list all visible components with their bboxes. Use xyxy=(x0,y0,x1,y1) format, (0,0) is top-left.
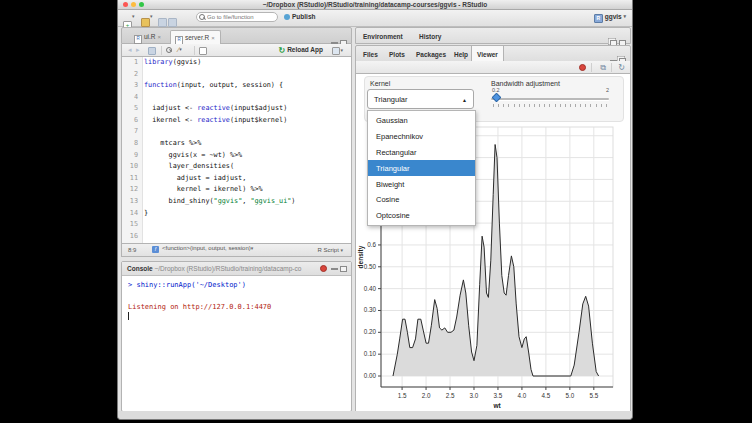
save-doc-icon[interactable] xyxy=(148,47,156,56)
kernel-option[interactable]: Cosine xyxy=(368,192,475,208)
save-all-icon xyxy=(168,18,177,27)
line-number: 7 xyxy=(122,126,142,138)
svg-text:0.50: 0.50 xyxy=(364,263,377,270)
environment-tabbar: Environment History xyxy=(355,27,631,44)
code-line[interactable]: library(ggvis) xyxy=(144,57,351,69)
code-line[interactable]: } xyxy=(144,208,351,220)
code-line[interactable]: kernel = ikernel) %>% xyxy=(144,184,351,196)
code-line[interactable] xyxy=(144,219,351,231)
code-line[interactable]: adjust = iadjust, xyxy=(144,173,351,185)
svg-text:4.0: 4.0 xyxy=(518,392,527,399)
new-file-button[interactable]: +▾ xyxy=(123,13,135,22)
kernel-option[interactable]: Rectangular xyxy=(368,145,475,161)
console-line: Listening on http://127.0.0.1:4470 xyxy=(128,302,351,313)
kernel-option[interactable]: Epanechnikov xyxy=(368,129,475,145)
svg-text:2.5: 2.5 xyxy=(446,392,455,399)
tab-environment[interactable]: Environment xyxy=(358,28,408,45)
close-tab-icon[interactable]: × xyxy=(158,34,162,40)
code-line[interactable]: ggvis(x = ~wt) %>% xyxy=(144,150,351,162)
code-line[interactable]: iadjust <- reactive(input$adjust) xyxy=(144,103,351,115)
line-number: 8 xyxy=(122,138,142,150)
kernel-option[interactable]: Triangular xyxy=(368,160,475,176)
code-editor[interactable]: 12345678910111213141516 library(ggvis)fu… xyxy=(121,57,352,244)
save-button[interactable] xyxy=(158,13,167,22)
publish-button[interactable]: Publish xyxy=(284,13,315,20)
goto-file-search[interactable] xyxy=(196,12,278,22)
svg-text:3.5: 3.5 xyxy=(494,392,503,399)
code-line[interactable] xyxy=(144,231,351,243)
save-icon xyxy=(158,18,167,27)
svg-text:0.20: 0.20 xyxy=(364,328,377,335)
code-tools-wand-icon[interactable]: ∕▾ xyxy=(178,46,182,53)
kernel-option[interactable]: Gaussian xyxy=(368,113,475,129)
tab-ui-r[interactable]: Rui.R× xyxy=(130,30,166,45)
search-input[interactable] xyxy=(207,13,274,21)
stop-app-icon[interactable] xyxy=(579,64,586,71)
bandwidth-slider[interactable]: 0.2 2 xyxy=(491,77,609,115)
window-bottom-edge xyxy=(118,411,632,419)
line-number: 1 xyxy=(122,57,142,69)
line-number: 12 xyxy=(122,184,142,196)
svg-text:0.00: 0.00 xyxy=(364,372,377,379)
code-line[interactable]: function(input, output, session) { xyxy=(144,80,351,92)
tab-label: ui.R xyxy=(144,33,156,40)
stop-icon[interactable] xyxy=(320,265,327,272)
right-column: Environment History Files Plots Packages… xyxy=(355,27,631,412)
line-number: 10 xyxy=(122,161,142,173)
line-number: 13 xyxy=(122,196,142,208)
svg-text:4.5: 4.5 xyxy=(542,392,551,399)
kernel-option[interactable]: Biweight xyxy=(368,176,475,192)
close-tab-icon[interactable]: × xyxy=(211,35,215,41)
reload-app-button[interactable]: ↻ Reload App xyxy=(279,46,323,55)
console-output[interactable]: > shiny::runApp('~/Desktop')Listening on… xyxy=(122,276,351,411)
minimize-pane-icon[interactable] xyxy=(331,268,338,270)
console-title: Console xyxy=(127,265,153,272)
code-line[interactable] xyxy=(144,69,351,81)
editor-toolbar: ◂ ▸ ∕▾ ↻ Reload App ▾ xyxy=(121,44,352,57)
console-line xyxy=(128,291,351,302)
reload-icon: ↻ xyxy=(279,46,286,55)
open-file-button[interactable]: ▾ xyxy=(141,13,153,22)
project-menu-button[interactable]: Rggvis ▾ xyxy=(594,13,626,23)
code-line[interactable]: ikernel <- reactive(input$kernel) xyxy=(144,115,351,127)
code-line[interactable]: mtcars %>% xyxy=(144,138,351,150)
viewer-content: ⚙ 0.000.100.200.300.400.500.60.70.80.91.… xyxy=(355,74,631,412)
code-area[interactable]: library(ggvis)function(input, output, se… xyxy=(144,57,351,243)
kernel-option[interactable]: Optcosine xyxy=(368,208,475,224)
code-line[interactable]: bind_shiny("ggvis", "ggvis_ui") xyxy=(144,196,351,208)
screenshot-stage: ~/Dropbox (RStudio)/RStudio/training/dat… xyxy=(0,0,752,423)
kernel-select[interactable]: Triangular ▲ xyxy=(367,89,474,109)
code-line[interactable]: layer_densities( xyxy=(144,161,351,173)
maximize-pane-icon[interactable] xyxy=(340,266,347,272)
tab-server-r[interactable]: Rserver.R× xyxy=(170,30,221,45)
kernel-selected-value: Triangular xyxy=(374,95,408,104)
back-icon[interactable]: ◂ xyxy=(128,46,132,54)
pane-layout-button[interactable]: ▾ xyxy=(332,47,343,56)
line-number: 9 xyxy=(122,150,142,162)
editor-gutter: 12345678910111213141516 xyxy=(122,57,143,243)
file-type-selector[interactable]: R Script ▾ xyxy=(317,247,343,253)
console-pane[interactable]: Console ~/Dropbox (RStudio)/RStudio/trai… xyxy=(121,261,352,412)
compile-notebook-icon[interactable] xyxy=(199,47,207,56)
slider-track[interactable] xyxy=(491,98,609,100)
find-icon[interactable] xyxy=(166,47,172,54)
line-number: 11 xyxy=(122,173,142,185)
cursor-position: 8:9 xyxy=(128,247,136,253)
scope-selector[interactable]: <function>(input, output, session) xyxy=(162,245,251,251)
refresh-icon[interactable]: ↻ xyxy=(618,63,625,72)
svg-text:0.6: 0.6 xyxy=(367,241,376,248)
slider-handle[interactable] xyxy=(492,93,502,103)
line-number: 14 xyxy=(122,208,142,220)
save-all-button[interactable] xyxy=(168,13,177,22)
publish-icon xyxy=(284,14,290,20)
code-line[interactable] xyxy=(144,126,351,138)
forward-icon[interactable]: ▸ xyxy=(136,46,140,54)
svg-text:0.30: 0.30 xyxy=(364,306,377,313)
code-line[interactable] xyxy=(144,92,351,104)
clear-viewer-icon[interactable]: ⧉ xyxy=(600,63,606,73)
line-number: 16 xyxy=(122,231,142,243)
tab-history[interactable]: History xyxy=(414,28,446,45)
svg-text:3.0: 3.0 xyxy=(470,392,479,399)
line-number: 4 xyxy=(122,92,142,104)
line-number: 5 xyxy=(122,103,142,115)
